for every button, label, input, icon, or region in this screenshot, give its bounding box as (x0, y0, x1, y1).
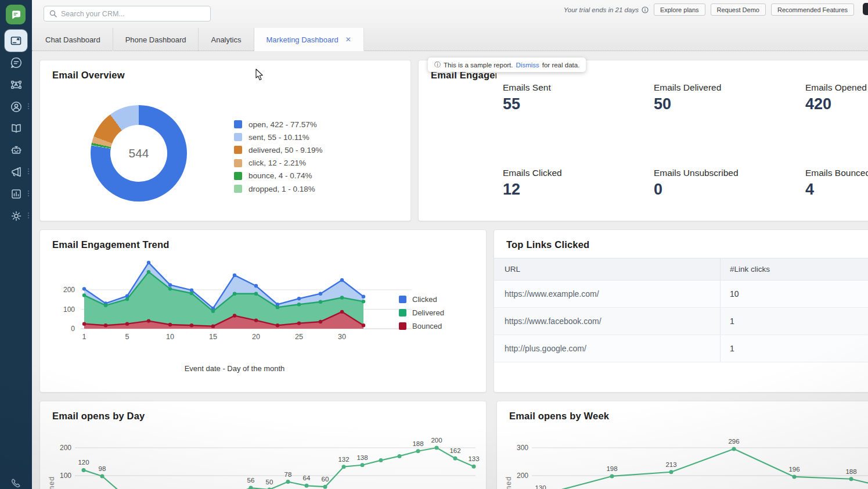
svg-text:Emails Opened: Emails Opened (505, 476, 513, 489)
sidebar-item-contacts[interactable] (9, 100, 23, 113)
campaigns-icon (10, 166, 23, 178)
search-input[interactable] (61, 10, 205, 18)
stat-emails-unsubscribed: Emails Unsubscribed0 (654, 168, 739, 199)
svg-text:56: 56 (247, 477, 255, 484)
email-overview-title: Email Overview (52, 70, 125, 81)
conversations-icon (10, 56, 23, 69)
table-row[interactable]: https://www.example.com/ 10 (494, 281, 868, 308)
opens-by-day-title: Email opens by Day (52, 411, 145, 422)
trend-legend-item-clicked[interactable]: Clicked (399, 293, 444, 306)
info-icon (642, 6, 649, 13)
explore-plans-button[interactable]: Explore plans (654, 3, 705, 16)
sidebar-item-reports[interactable] (9, 187, 23, 200)
svg-text:200: 200 (63, 286, 75, 294)
signature-box-icon (10, 78, 23, 91)
engagement-trend-card: Email Engagement Trend 01002001510152025… (39, 229, 487, 393)
svg-text:15: 15 (209, 333, 217, 341)
donut-total: 544 (128, 146, 149, 160)
dashboard-tabbar: Chat Dashboard Phone Dashboard Analytics… (32, 28, 868, 51)
legend-item-sent[interactable]: sent, 55 - 10.11% (234, 131, 323, 143)
top-links-card: Top Links Clicked URL #Link clicks https… (494, 229, 868, 393)
table-row[interactable]: http://plus.google.com/ 1 (494, 335, 868, 362)
settings-gear-icon (10, 210, 23, 222)
svg-text:60: 60 (322, 476, 329, 483)
sidebar-item-settings[interactable] (9, 209, 23, 222)
top-links-title: Top Links Clicked (506, 239, 589, 250)
sidebar-item-campaigns[interactable] (9, 165, 23, 178)
sidebar (0, 0, 32, 489)
legend-swatch (234, 120, 242, 128)
close-tab-icon[interactable]: ✕ (345, 35, 351, 44)
stat-emails-delivered: Emails Delivered50 (654, 82, 721, 113)
sidebar-item-signature-box[interactable] (9, 78, 23, 91)
tab-phone-dashboard[interactable]: Phone Dashboard (113, 28, 199, 51)
legend-label: dropped, 1 - 0.18% (248, 185, 315, 193)
legend-item-click[interactable]: click, 12 - 2.21% (234, 157, 323, 170)
table-header: URL #Link clicks (494, 258, 868, 281)
legend-swatch (234, 185, 242, 193)
donut-hole: 544 (110, 125, 167, 182)
url-cell[interactable]: http://plus.google.com/ (494, 335, 721, 362)
legend-item-bounce[interactable]: bounce, 4 - 0.74% (234, 170, 323, 182)
svg-text:30: 30 (338, 333, 346, 341)
mouse-cursor (255, 69, 264, 81)
phone-icon (10, 477, 23, 489)
email-overview-donut-chart[interactable]: 544 (91, 105, 187, 202)
svg-text:200: 200 (517, 472, 528, 480)
reports-more-dots[interactable] (27, 190, 30, 196)
campaigns-more-dots[interactable] (27, 168, 30, 174)
svg-text:64: 64 (303, 474, 311, 481)
search-box[interactable] (44, 6, 211, 21)
clicks-cell: 1 (721, 335, 868, 362)
legend-label: Bounced (412, 322, 442, 330)
clipped-edge-button[interactable] (863, 3, 868, 15)
opens-by-week-card: Email opens by Week 200300Emails Opened1… (496, 401, 868, 489)
svg-text:133: 133 (468, 455, 479, 462)
table-row[interactable]: https://www.facebook.com/ 1 (494, 308, 868, 335)
svg-text:0: 0 (71, 325, 75, 333)
svg-text:Emails Opened: Emails Opened (48, 476, 56, 489)
legend-item-dropped[interactable]: dropped, 1 - 0.18% (234, 182, 323, 195)
svg-text:78: 78 (284, 471, 292, 478)
trend-legend-item-bounced[interactable]: Bounced (399, 319, 444, 333)
tab-marketing-dashboard[interactable]: Marketing Dashboard ✕ (254, 28, 364, 51)
trend-legend-item-delivered[interactable]: Delivered (399, 306, 444, 319)
sidebar-item-conversations[interactable] (9, 56, 23, 69)
legend-item-open[interactable]: open, 422 - 77.57% (234, 118, 323, 131)
email-overview-card: Email Overview 544 open, 422 - 77.57%sen… (39, 60, 411, 221)
banner-text-after: for real data. (542, 62, 580, 69)
svg-text:10: 10 (166, 333, 174, 341)
svg-text:162: 162 (449, 447, 460, 454)
settings-more-dots[interactable] (27, 213, 30, 218)
dismiss-link[interactable]: Dismiss (516, 62, 539, 69)
tab-analytics[interactable]: Analytics (199, 28, 254, 51)
svg-text:200: 200 (60, 444, 71, 452)
svg-text:200: 200 (431, 437, 442, 444)
sidebar-item-knowledge-book[interactable] (9, 121, 23, 135)
url-cell[interactable]: https://www.facebook.com/ (494, 308, 721, 335)
svg-text:1: 1 (82, 333, 87, 341)
trend-legend: ClickedDeliveredBounced (399, 293, 444, 333)
recommended-features-button[interactable]: Recommended Features (771, 3, 854, 16)
legend-label: bounce, 4 - 0.74% (248, 171, 312, 180)
tab-chat-dashboard[interactable]: Chat Dashboard (33, 28, 113, 51)
legend-swatch (399, 309, 406, 317)
svg-text:188: 188 (845, 468, 856, 475)
legend-item-delivered[interactable]: delivered, 50 - 9.19% (234, 143, 323, 156)
svg-text:188: 188 (412, 440, 423, 447)
url-cell[interactable]: https://www.example.com/ (494, 281, 721, 307)
request-demo-button[interactable]: Request Demo (711, 3, 766, 16)
tab-label: Marketing Dashboard (266, 35, 338, 44)
contacts-more-dots[interactable] (27, 103, 30, 109)
legend-swatch (234, 133, 242, 141)
sidebar-item-dashboard[interactable] (5, 30, 27, 52)
sidebar-item-phone[interactable] (9, 476, 23, 489)
app-logo-icon[interactable] (6, 5, 26, 24)
opens-by-day-chart[interactable]: 100200Emails Opened120985650786460132138… (40, 425, 487, 489)
opens-by-week-title: Email opens by Week (509, 411, 609, 422)
sidebar-item-chatbot[interactable] (9, 143, 23, 157)
opens-by-week-chart[interactable]: 200300Emails Opened130198213296196188 (497, 425, 868, 489)
svg-text:138: 138 (356, 454, 368, 461)
top-links-table: URL #Link clicks https://www.example.com… (494, 258, 868, 362)
svg-text:198: 198 (606, 465, 617, 472)
